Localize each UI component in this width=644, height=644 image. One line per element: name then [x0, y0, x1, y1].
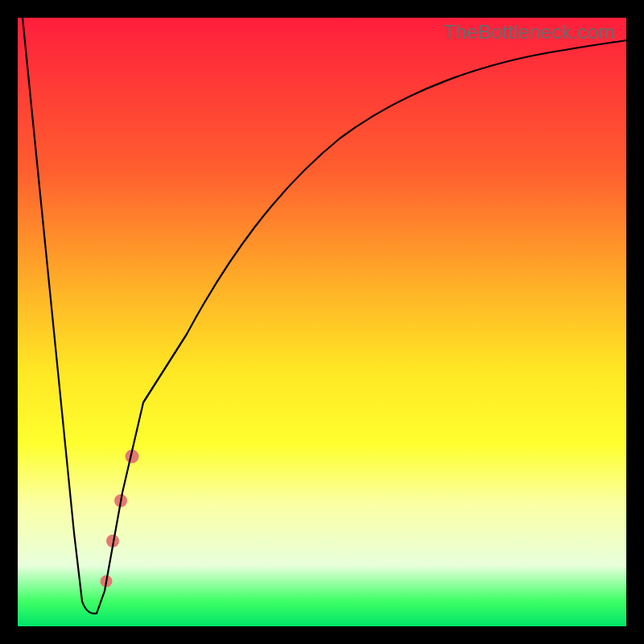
bottleneck-curve — [18, 18, 626, 626]
curve-path — [23, 18, 626, 613]
plot-area: TheBottleneck.com — [18, 18, 626, 626]
chart-frame: TheBottleneck.com — [0, 0, 644, 644]
